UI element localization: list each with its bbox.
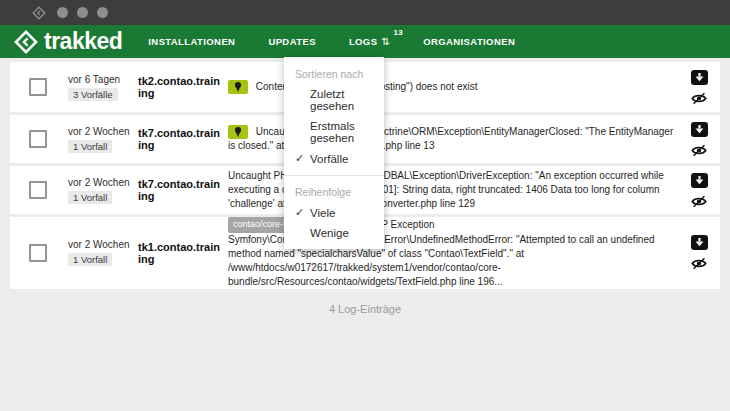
- log-count-footer: 4 Log-Einträge: [10, 303, 720, 315]
- check-icon: ✓: [295, 152, 310, 165]
- download-button[interactable]: [691, 70, 708, 85]
- window-titlebar: [0, 0, 730, 25]
- row-site: tk7.contao.training: [138, 127, 222, 151]
- sort-option-zuletzt-gesehen[interactable]: Zuletzt gesehen: [284, 84, 384, 116]
- row-checkbox[interactable]: [29, 130, 47, 148]
- download-icon: [691, 122, 708, 137]
- row-meta: vor 6 Tagen 3 Vorfälle: [68, 74, 134, 101]
- row-actions: [690, 235, 708, 270]
- window-dot[interactable]: [97, 7, 108, 18]
- order-option-wenige[interactable]: Wenige: [284, 223, 384, 243]
- sort-arrows-icon[interactable]: ⇅: [381, 36, 390, 47]
- dropdown-divider: [284, 175, 384, 176]
- row-site: tk2.contao.training: [138, 75, 222, 99]
- download-icon: [691, 70, 708, 85]
- window-dot[interactable]: [57, 7, 68, 18]
- hide-button[interactable]: [691, 144, 707, 157]
- row-time: vor 2 Wochen: [68, 177, 134, 188]
- row-checkbox[interactable]: [29, 78, 47, 96]
- row-actions: [690, 173, 708, 208]
- dropdown-section-header: Reihenfolge: [284, 182, 384, 202]
- eye-slash-icon: [691, 92, 707, 105]
- hide-button[interactable]: [691, 195, 707, 208]
- nav-updates[interactable]: UPDATES: [268, 36, 316, 47]
- download-icon: [691, 235, 708, 250]
- check-icon: ✓: [295, 206, 310, 219]
- row-actions: [690, 122, 708, 157]
- incident-count-badge: 1 Vorfall: [68, 253, 112, 266]
- logs-count-badge: 13: [393, 28, 403, 37]
- dropdown-section-header: Sortieren nach: [284, 64, 384, 84]
- hide-button[interactable]: [691, 92, 707, 105]
- window-dot[interactable]: [77, 7, 88, 18]
- pin-icon: [233, 126, 243, 138]
- sort-option-vorfaelle[interactable]: ✓ Vorfälle: [284, 148, 384, 169]
- trakked-diamond-icon: [32, 6, 46, 20]
- nav-organisationen[interactable]: ORGANISATIONEN: [423, 36, 515, 47]
- row-time: vor 2 Wochen: [68, 239, 134, 250]
- download-icon: [691, 173, 708, 188]
- main-navbar: trakked INSTALLATIONEN UPDATES LOGS ⇅ 13…: [0, 25, 730, 58]
- eye-slash-icon: [691, 195, 707, 208]
- row-meta: vor 2 Wochen 1 Vorfall: [68, 126, 134, 153]
- row-actions: [690, 70, 708, 105]
- pin-badge: [228, 125, 248, 139]
- main-nav: INSTALLATIONEN UPDATES LOGS ⇅ 13 ORGANIS…: [148, 36, 515, 47]
- app-window: trakked INSTALLATIONEN UPDATES LOGS ⇅ 13…: [0, 0, 730, 411]
- row-checkbox[interactable]: [29, 244, 47, 262]
- brand-logo[interactable]: trakked: [14, 30, 122, 54]
- incident-count-badge: 1 Vorfall: [68, 191, 112, 204]
- row-meta: vor 2 Wochen 1 Vorfall: [68, 239, 134, 266]
- brand-diamond-icon: [14, 30, 38, 54]
- download-button[interactable]: [691, 122, 708, 137]
- row-meta: vor 2 Wochen 1 Vorfall: [68, 177, 134, 204]
- row-checkbox[interactable]: [29, 181, 47, 199]
- download-button[interactable]: [691, 173, 708, 188]
- eye-slash-icon: [691, 144, 707, 157]
- incident-count-badge: 1 Vorfall: [68, 140, 112, 153]
- sort-dropdown: Sortieren nach Zuletzt gesehen Erstmals …: [284, 57, 384, 249]
- row-time: vor 6 Tagen: [68, 74, 134, 85]
- pin-badge: [228, 80, 248, 94]
- incident-count-badge: 3 Vorfälle: [68, 88, 118, 101]
- hide-button[interactable]: [691, 257, 707, 270]
- row-site: tk7.contao.training: [138, 178, 222, 202]
- brand-name: trakked: [44, 30, 122, 53]
- pin-icon: [233, 81, 243, 93]
- sort-option-erstmals-gesehen[interactable]: Erstmals gesehen: [284, 116, 384, 148]
- row-time: vor 2 Wochen: [68, 126, 134, 137]
- order-option-viele[interactable]: ✓ Viele: [284, 202, 384, 223]
- eye-slash-icon: [691, 257, 707, 270]
- download-button[interactable]: [691, 235, 708, 250]
- nav-installationen[interactable]: INSTALLATIONEN: [148, 36, 235, 47]
- nav-logs[interactable]: LOGS ⇅ 13: [349, 36, 390, 47]
- row-site: tk1.contao.training: [138, 241, 222, 265]
